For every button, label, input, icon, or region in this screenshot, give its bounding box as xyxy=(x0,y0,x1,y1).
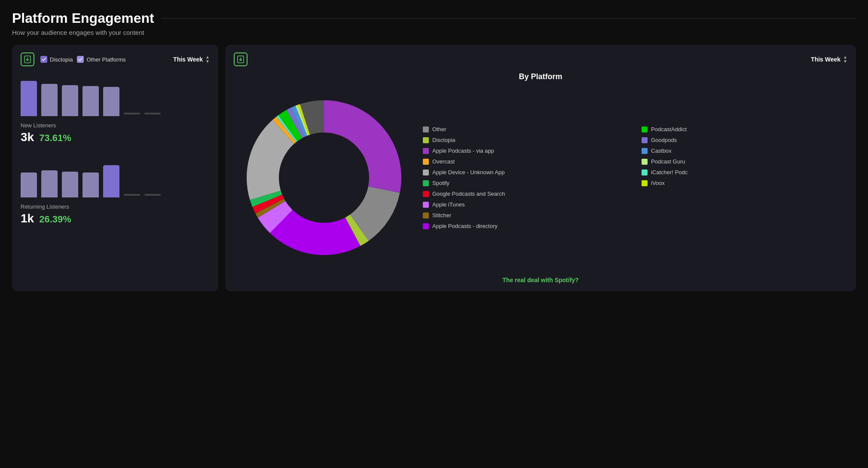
bar-dash-2 xyxy=(144,113,161,114)
bar-2 xyxy=(41,84,58,116)
legend-color-swatch xyxy=(642,159,648,165)
legend-label: iCatcher! Podc xyxy=(651,169,688,176)
legend-label: Castbox xyxy=(651,148,672,154)
bar-r-2 xyxy=(41,170,58,197)
legend-item-spotify: Spotify xyxy=(423,180,629,186)
left-panel-header: Disctopia Other Platforms This Week ▲▼ xyxy=(21,52,210,66)
legend-item-apple-podcasts---via-app: Apple Podcasts - via app xyxy=(423,148,629,154)
legend-item-goodpods: Goodpods xyxy=(642,137,847,143)
legend-label: Overcast xyxy=(432,158,455,165)
legend-item-ivoox: iVoox xyxy=(642,180,847,186)
bar-r-3 xyxy=(62,172,78,197)
left-panel-header-left: Disctopia Other Platforms xyxy=(21,52,126,66)
legend-label: Apple Podcasts - via app xyxy=(432,148,494,154)
left-panel: Disctopia Other Platforms This Week ▲▼ xyxy=(12,45,218,291)
week-arrows-left: ▲▼ xyxy=(205,55,210,64)
platform-legend: OtherPodcastAddictDisctopiaGoodpodsApple… xyxy=(414,126,847,229)
legend-label: Podcast Guru xyxy=(651,158,685,165)
returning-listeners-value: 1k 26.39% xyxy=(21,212,210,225)
legend-label: iVoox xyxy=(651,180,665,186)
spotify-link[interactable]: The real deal with Spotify? xyxy=(234,277,847,283)
week-arrows-right: ▲▼ xyxy=(843,55,847,64)
legend-color-swatch xyxy=(642,169,648,176)
chart-area: OtherPodcastAddictDisctopiaGoodpodsApple… xyxy=(234,83,847,272)
bar-4 xyxy=(83,86,99,116)
legend-color-swatch xyxy=(423,223,429,229)
right-panel-header: This Week ▲▼ xyxy=(234,52,847,66)
download-icon-left[interactable] xyxy=(21,52,34,66)
returning-listeners-count: 1k xyxy=(21,212,34,225)
legend-label: Spotify xyxy=(432,180,449,186)
donut-chart xyxy=(234,87,414,268)
filter-chips: Disctopia Other Platforms xyxy=(40,56,126,63)
new-listeners-label: New Listeners xyxy=(21,122,210,129)
chart-title: By Platform xyxy=(234,72,847,81)
legend-item-podcastaddict: PodcastAddict xyxy=(642,126,847,132)
legend-color-swatch xyxy=(423,126,429,132)
bar-1 xyxy=(21,81,37,116)
legend-color-swatch xyxy=(423,191,429,197)
legend-label: Apple iTunes xyxy=(432,201,465,208)
legend-item-apple-device---unknown-app: Apple Device - Unknown App xyxy=(423,169,629,176)
legend-item-icatcher!-podc: iCatcher! Podc xyxy=(642,169,847,176)
legend-item-castbox: Castbox xyxy=(642,148,847,154)
legend-item-stitcher: Stitcher xyxy=(423,212,629,219)
right-panel: This Week ▲▼ By Platform OtherPodcastAdd… xyxy=(225,45,856,291)
new-listeners-section: New Listeners 3k 73.61% xyxy=(21,73,210,144)
legend-label: Goodpods xyxy=(651,137,677,143)
page-title: Platform Engagement xyxy=(12,10,856,26)
returning-listeners-label: Returning Listeners xyxy=(21,203,210,210)
bar-dash-1 xyxy=(124,113,140,114)
legend-label: PodcastAddict xyxy=(651,126,687,132)
legend-label: Stitcher xyxy=(432,212,451,219)
legend-color-swatch xyxy=(642,148,648,154)
legend-color-swatch xyxy=(642,180,648,186)
legend-item-disctopia: Disctopia xyxy=(423,137,629,143)
donut-segment-apple-podcasts---via-app xyxy=(324,100,401,193)
legend-color-swatch xyxy=(423,180,429,186)
legend-label: Disctopia xyxy=(432,137,455,143)
new-listeners-pct: 73.61% xyxy=(39,132,71,144)
legend-item-overcast: Overcast xyxy=(423,158,629,165)
page-subtitle: How your audience engages with your cont… xyxy=(12,29,856,36)
download-icon-right[interactable] xyxy=(234,52,248,66)
returning-listeners-pct: 26.39% xyxy=(39,214,71,225)
legend-item-apple-podcasts---directory: Apple Podcasts - directory xyxy=(423,223,629,229)
bar-r-dash-1 xyxy=(124,194,140,196)
bar-5 xyxy=(103,87,119,116)
legend-color-swatch xyxy=(423,169,429,176)
chip-other-platforms[interactable]: Other Platforms xyxy=(77,56,125,63)
bar-r-4 xyxy=(83,172,99,197)
legend-label: Apple Device - Unknown App xyxy=(432,169,504,176)
legend-label: Google Podcasts and Search xyxy=(432,191,505,197)
week-selector-left[interactable]: This Week ▲▼ xyxy=(173,55,210,64)
donut-svg xyxy=(234,87,414,268)
new-listeners-count: 3k xyxy=(21,130,34,144)
legend-label: Other xyxy=(432,126,446,132)
legend-color-swatch xyxy=(423,159,429,165)
returning-listeners-section: Returning Listeners 1k 26.39% xyxy=(21,154,210,225)
new-listeners-bars xyxy=(21,73,210,116)
bar-3 xyxy=(62,85,78,116)
legend-color-swatch xyxy=(642,137,648,143)
chip-disctopia[interactable]: Disctopia xyxy=(40,56,73,63)
bar-r-dash-2 xyxy=(144,194,161,196)
legend-label: Apple Podcasts - directory xyxy=(432,223,498,229)
legend-item-apple-itunes: Apple iTunes xyxy=(423,201,629,208)
legend-color-swatch xyxy=(642,126,648,132)
panels-container: Disctopia Other Platforms This Week ▲▼ xyxy=(12,45,856,291)
chip-other-platforms-box xyxy=(77,56,84,63)
legend-color-swatch xyxy=(423,137,429,143)
new-listeners-value: 3k 73.61% xyxy=(21,130,210,144)
legend-color-swatch xyxy=(423,148,429,154)
legend-color-swatch xyxy=(423,202,429,208)
bar-r-1 xyxy=(21,172,37,197)
legend-item-google-podcasts-and-search: Google Podcasts and Search xyxy=(423,191,629,197)
legend-item-podcast-guru: Podcast Guru xyxy=(642,158,847,165)
returning-listeners-bars xyxy=(21,154,210,197)
chip-disctopia-box xyxy=(40,56,47,63)
legend-item-other: Other xyxy=(423,126,629,132)
bar-r-5 xyxy=(103,165,119,197)
legend-color-swatch xyxy=(423,212,429,219)
week-selector-right[interactable]: This Week ▲▼ xyxy=(811,55,847,64)
